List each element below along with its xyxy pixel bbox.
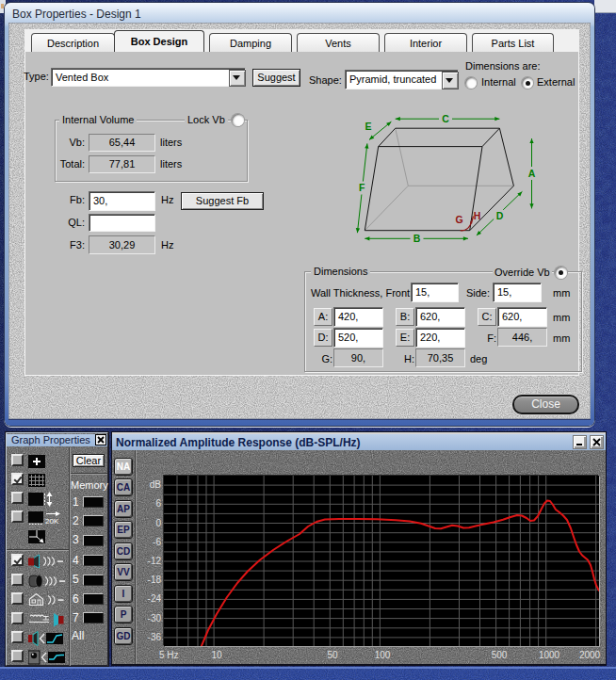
svg-text:F: F: [359, 182, 365, 193]
svg-text:B: B: [413, 233, 421, 244]
svg-text:E: E: [365, 121, 371, 132]
svg-text:A: A: [528, 168, 536, 179]
svg-text:20K: 20K: [45, 517, 59, 526]
svg-text:G: G: [455, 214, 462, 225]
svg-text:C: C: [442, 113, 449, 124]
svg-text:H: H: [474, 210, 481, 221]
svg-text:D: D: [496, 210, 504, 221]
